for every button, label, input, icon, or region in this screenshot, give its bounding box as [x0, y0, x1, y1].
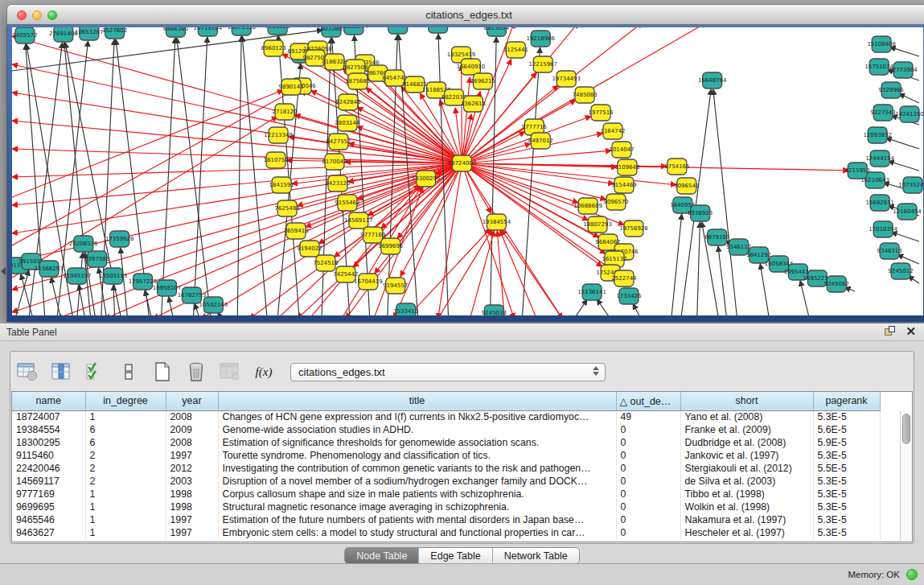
table-row[interactable]: 946362711997Embryonic stem cells: a mode…	[12, 526, 880, 539]
graph-node[interactable]: 9245012	[889, 263, 914, 279]
graph-node[interactable]: 8813054	[484, 27, 510, 36]
graph-node[interactable]: 8423120	[325, 175, 350, 192]
graph-node[interactable]: 9405572	[12, 27, 37, 43]
table-cell[interactable]: 2012	[166, 462, 218, 475]
graph-node[interactable]: 2803144	[335, 115, 360, 131]
graph-node[interactable]: 16671358	[227, 27, 256, 35]
table-cell[interactable]: 1	[85, 488, 166, 501]
table-cell[interactable]: 2008	[166, 410, 218, 423]
table-cell[interactable]: 0	[616, 475, 680, 488]
table-cell[interactable]: 9465546	[12, 513, 85, 526]
graph-node[interactable]: 9096541	[674, 178, 699, 194]
table-cell[interactable]: 14569117	[12, 475, 85, 488]
table-cell[interactable]: Nakamura et al. (1997)	[680, 513, 813, 526]
table-cell[interactable]: Estimation of significance thresholds fo…	[218, 436, 616, 449]
graph-node[interactable]: 19734493	[552, 71, 581, 87]
graph-node[interactable]: 17359928	[105, 231, 134, 247]
table-row[interactable]: 1938455462009Genome-wide association stu…	[12, 423, 880, 436]
column-header-short[interactable]: short	[680, 392, 813, 410]
table-cell[interactable]: 2	[85, 462, 166, 475]
table-cell[interactable]: Tourette syndrome. Phenomenology and cla…	[218, 449, 616, 462]
graph-node[interactable]: 9194022	[297, 241, 322, 257]
table-cell[interactable]: 2	[85, 475, 166, 488]
graph-node[interactable]: 10719184	[194, 27, 223, 36]
table-cell[interactable]: 1997	[166, 449, 218, 462]
graph-node[interactable]: 17010354	[869, 221, 897, 237]
table-cell[interactable]: 5.3E-5	[813, 526, 880, 539]
graph-node[interactable]: 12093832	[863, 127, 892, 143]
graph-node[interactable]: 9890141	[279, 79, 304, 95]
graph-node[interactable]: 7485083	[573, 87, 598, 103]
graph-node[interactable]: 9227343	[871, 105, 896, 121]
table-cell[interactable]: de Silva et al. (2003)	[680, 475, 813, 488]
graph-node[interactable]: 15136141	[577, 284, 606, 300]
graph-node[interactable]: 9699695	[378, 238, 403, 254]
graph-node[interactable]: 9096570	[603, 194, 628, 210]
table-cell[interactable]: 5.5E-5	[813, 462, 880, 475]
table-cell[interactable]: Dudbridge et al. (2008)	[680, 436, 813, 449]
table-cell[interactable]: 0	[616, 501, 680, 513]
table-cell[interactable]: 2003	[166, 475, 218, 488]
table-cell[interactable]: 19384554	[12, 423, 85, 436]
graph-node[interactable]: 1527602	[102, 27, 127, 39]
table-row[interactable]: 946554611997Estimation of the future num…	[12, 513, 880, 526]
table-cell[interactable]: Franke et al. (2009)	[680, 423, 813, 436]
column-header-year[interactable]: year	[166, 392, 218, 410]
graph-node[interactable]: 9155462	[335, 195, 359, 211]
table-cell[interactable]: 6	[85, 423, 166, 436]
graph-node[interactable]: 1362615	[461, 96, 486, 112]
show-columns-icon[interactable]	[49, 360, 73, 384]
table-row[interactable]: 1830029562008Estimation of significance …	[12, 436, 880, 449]
table-cell[interactable]: 1997	[166, 513, 218, 526]
table-cell[interactable]: 5.3E-5	[813, 488, 880, 501]
table-cell[interactable]: 0	[616, 526, 680, 539]
table-cell[interactable]: Investigating the contribution of common…	[218, 462, 616, 475]
table-cell[interactable]: 5.9E-5	[813, 436, 880, 449]
tab-edge-table[interactable]: Edge Table	[419, 548, 492, 563]
graph-node[interactable]: 2522744	[611, 270, 637, 286]
graph-node[interactable]: 12160454	[893, 204, 922, 220]
graph-node[interactable]: 1875685	[345, 73, 370, 89]
graph-node[interactable]: 19384554	[483, 214, 511, 230]
graph-node[interactable]: 8938923	[688, 205, 713, 221]
column-header-name[interactable]: name	[12, 392, 85, 410]
table-cell[interactable]: 1	[85, 410, 166, 423]
graph-node[interactable]: 19756928	[619, 220, 648, 237]
graph-node[interactable]: 2718120	[273, 104, 298, 120]
table-cell[interactable]: 9463627	[12, 526, 85, 539]
table-cell[interactable]: 5.3E-5	[813, 475, 880, 488]
table-cell[interactable]: 2008	[166, 436, 218, 449]
table-cell[interactable]: Yano et al. (2008)	[680, 410, 813, 423]
graph-node[interactable]: 1109646	[614, 159, 639, 175]
graph-node[interactable]: 7659413	[284, 223, 309, 239]
graph-node[interactable]: 8960123	[261, 40, 286, 56]
network-canvas[interactable]: 9405572276914061065328715276026466160107…	[12, 27, 923, 315]
graph-node[interactable]: 9346313	[877, 243, 902, 259]
graph-node[interactable]: 8215953	[845, 163, 870, 179]
graph-node[interactable]: 9154469	[611, 177, 636, 193]
table-selector-combobox[interactable]: citations_edges.txt	[290, 363, 606, 381]
tab-node-table[interactable]: Node Table	[345, 548, 419, 563]
table-cell[interactable]: 6	[85, 436, 166, 449]
network-window-titlebar[interactable]: citations_edges.txt	[6, 4, 924, 25]
table-row[interactable]: 969969511998Structural magnetic resonanc…	[12, 501, 880, 513]
citation-network-graph[interactable]: 9405572276914061065328715276026466160107…	[12, 27, 923, 315]
graph-node[interactable]: 1533410	[393, 303, 418, 315]
table-cell[interactable]: 0	[616, 449, 680, 462]
table-cell[interactable]: Hescheler et al. (1997)	[680, 526, 813, 539]
graph-node[interactable]: 8170043	[322, 154, 347, 170]
table-vertical-scrollbar[interactable]	[900, 411, 912, 542]
graph-node[interactable]: 6879197	[704, 229, 729, 245]
table-cell[interactable]: 9699695	[12, 501, 85, 513]
graph-node[interactable]: 1696215	[470, 73, 495, 89]
graph-node[interactable]: 7515526	[265, 27, 290, 35]
graph-node[interactable]: 14241350	[895, 106, 923, 122]
graph-node[interactable]: 1977516	[589, 105, 614, 121]
graph-node[interactable]: 12213349	[264, 127, 293, 143]
new-file-icon[interactable]	[150, 360, 175, 384]
table-cell[interactable]: Corpus callosum shape and size in male p…	[218, 488, 616, 501]
graph-node[interactable]: 16648784	[698, 72, 727, 89]
table-cell[interactable]: 1	[85, 513, 166, 526]
graph-node[interactable]: 1125441	[503, 42, 528, 58]
table-cell[interactable]: 1998	[166, 501, 218, 513]
